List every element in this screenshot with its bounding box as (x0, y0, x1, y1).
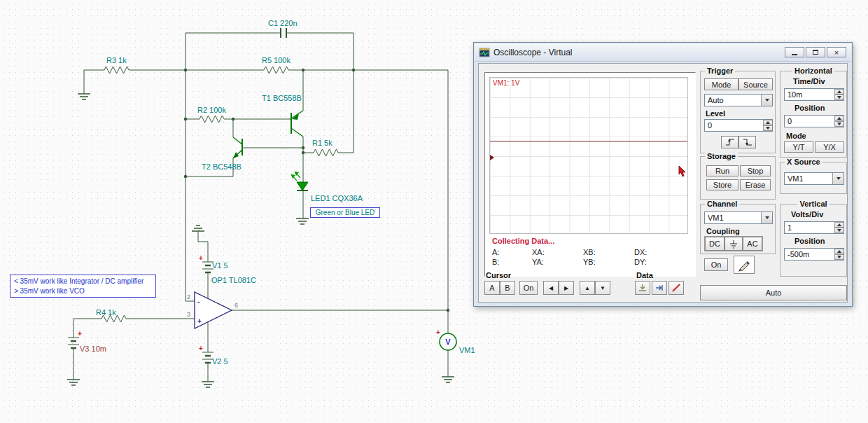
trigger-rising-edge-button[interactable] (721, 136, 738, 148)
capacitor-c1[interactable]: C1 220n (268, 19, 298, 38)
vertical-group-label: Vertical (797, 200, 829, 208)
ground-symbols[interactable] (67, 94, 454, 387)
export-data-button[interactable] (635, 281, 650, 295)
probe-button[interactable] (734, 256, 755, 274)
volts-div-up-button[interactable] (834, 222, 844, 228)
led-note-box[interactable]: Green or Blue LED (310, 207, 380, 218)
horizontal-position-up-button[interactable] (834, 116, 844, 121)
source-v2[interactable]: + V2 5 (199, 345, 228, 366)
trigger-level-input[interactable]: 0 (704, 119, 773, 132)
spinner-up-icon (766, 121, 770, 124)
v2-label: V2 5 (212, 357, 228, 366)
up-arrow-icon: ▲ (584, 285, 590, 291)
spinner-up-icon (837, 90, 841, 93)
status-text: Collecting Data... (492, 237, 554, 245)
x-source-dropdown-button[interactable] (832, 173, 844, 184)
copy-data-button[interactable] (652, 281, 667, 295)
schematic-canvas[interactable]: C1 220n R3 1k R5 100k R2 100k R1 5k R4 1… (0, 0, 868, 423)
trigger-falling-edge-button[interactable] (738, 136, 756, 148)
volts-div-down-button[interactable] (834, 228, 844, 233)
coupling-ac-button[interactable]: AC (743, 237, 762, 251)
yt-mode-button[interactable]: Y/T (784, 141, 813, 153)
window-titlebar[interactable]: Oscilloscope - Virtual × (475, 43, 851, 62)
horizontal-position-input[interactable]: 0 (784, 115, 844, 127)
cursor-right-button[interactable]: ▶ (559, 281, 574, 295)
opamp-op1[interactable]: - + 2 3 6 OP1 TL081C (187, 276, 256, 328)
volts-div-input[interactable]: 1 (784, 221, 844, 234)
voltmeter-vm1[interactable]: V + VM1 (436, 328, 475, 354)
cursor-down-button[interactable]: ▼ (595, 281, 610, 295)
trigger-level-up-button[interactable] (763, 120, 772, 125)
channel-on-button[interactable]: On (704, 258, 728, 271)
horizontal-position-down-button[interactable] (834, 121, 844, 127)
resistor-r5[interactable]: R5 100k (262, 56, 290, 74)
stop-button[interactable]: Stop (740, 165, 771, 176)
yx-mode-button[interactable]: Y/X (815, 141, 844, 153)
minimize-button[interactable] (785, 47, 804, 57)
vm1-label: VM1 (459, 346, 475, 354)
time-div-down-button[interactable] (834, 95, 844, 100)
vertical-position-input[interactable]: -500m (784, 248, 844, 261)
cursor-left-button[interactable]: ◀ (543, 281, 559, 295)
cursor-b-button[interactable]: B (500, 281, 515, 295)
x-source-dropdown[interactable]: VM1 (784, 172, 844, 185)
coupling-buttons: DC AC (704, 236, 763, 251)
cursor-on-button[interactable]: On (519, 281, 538, 295)
volts-div-label: Volts/Div (791, 210, 823, 219)
led-led1[interactable]: LED1 CQX36A (291, 172, 363, 202)
trigger-mode-dropdown[interactable]: Auto (704, 94, 773, 106)
t2-label: T2 BC548B (202, 162, 241, 171)
led1-label: LED1 CQX36A (311, 194, 363, 202)
signal-trace (490, 141, 687, 141)
trigger-level-down-button[interactable] (763, 125, 772, 131)
channel-dropdown-button[interactable] (761, 212, 772, 223)
storage-group: Storage Run Stop Store Erase (700, 156, 776, 200)
resistor-r1[interactable]: R1 5k (312, 139, 338, 156)
resistor-r4[interactable]: R4 1k (96, 308, 126, 322)
vertical-position-up-button[interactable] (834, 249, 844, 254)
transistor-t1[interactable]: T1 BC558B (262, 94, 303, 137)
clear-data-button[interactable] (668, 281, 684, 295)
resistor-r3[interactable]: R3 1k (104, 56, 129, 74)
trigger-mode-button[interactable]: Mode (704, 78, 738, 90)
run-button[interactable]: Run (706, 165, 738, 176)
coupling-dc-button[interactable]: DC (705, 237, 724, 251)
window-title: Oscilloscope - Virtual (493, 48, 573, 57)
v1-plus-sign: + (199, 254, 203, 262)
circuit-wires[interactable] (74, 33, 448, 382)
ground-coupling-icon (729, 240, 738, 249)
opamp-pin2: 2 (187, 293, 190, 300)
zero-reference-marker[interactable] (490, 155, 494, 160)
transistor-t2[interactable]: T2 BC548B (202, 137, 242, 171)
vm1-plus-sign: + (436, 328, 440, 336)
maximize-button[interactable] (806, 47, 825, 57)
red-arrow-pointer[interactable] (678, 166, 686, 177)
vertical-position-down-button[interactable] (834, 254, 844, 260)
readout-yb: YB: (583, 258, 596, 266)
falling-edge-icon (743, 137, 752, 147)
spinner-down-icon (837, 256, 841, 258)
cursor-a-button[interactable]: A (484, 281, 500, 295)
store-button[interactable]: Store (706, 179, 738, 190)
coupling-ground-button[interactable] (724, 237, 743, 251)
channel-dropdown[interactable]: VM1 (704, 212, 773, 224)
chevron-down-icon (836, 177, 841, 180)
c1-label: C1 220n (268, 19, 298, 27)
close-button[interactable]: × (827, 47, 846, 57)
source-v1[interactable]: + V1 5 (199, 254, 228, 272)
trigger-mode-dropdown-button[interactable] (761, 95, 772, 106)
cursor-up-button[interactable]: ▲ (580, 281, 595, 295)
annotation-box[interactable]: < 35mV work like Integrator / DC amplifi… (10, 275, 156, 298)
scope-plot-area: VM1: 1V (489, 77, 688, 234)
readout-dy: DY: (634, 258, 647, 266)
auto-button[interactable]: Auto (700, 285, 847, 300)
time-div-input[interactable]: 10m (784, 88, 844, 101)
erase-button[interactable]: Erase (740, 179, 771, 190)
channel-group-label: Channel (705, 200, 739, 208)
rising-edge-icon (725, 137, 735, 147)
time-div-up-button[interactable] (834, 89, 844, 95)
spinner-up-icon (837, 117, 841, 120)
resistor-r2[interactable]: R2 100k (197, 106, 226, 123)
led-note-text: Green or Blue LED (316, 209, 375, 216)
trigger-source-button[interactable]: Source (738, 78, 773, 90)
